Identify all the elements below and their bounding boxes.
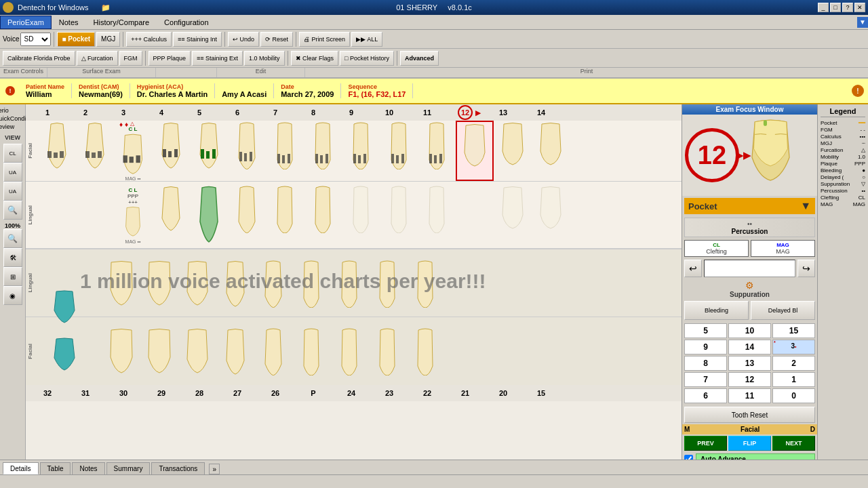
clear-flags-button[interactable]: ✖ Clear Flags	[291, 51, 339, 66]
pocket-button[interactable]: ■ Pocket	[57, 32, 95, 47]
num-2[interactable]: 2	[772, 356, 815, 371]
num-7[interactable]: 7	[684, 372, 727, 387]
tooth-num-9[interactable]: 9	[332, 108, 370, 117]
tooth-14-lingual[interactable]	[532, 184, 570, 245]
menu-file[interactable]: 📁	[101, 3, 111, 12]
num-14[interactable]: 14	[728, 340, 771, 354]
tooth-14-facial[interactable]	[532, 121, 570, 181]
num-12[interactable]: 12	[728, 372, 771, 387]
tooth-11-lingual[interactable]	[418, 184, 456, 245]
undo-button[interactable]: ↩ Undo	[228, 32, 259, 47]
num-8[interactable]: 8	[684, 356, 727, 371]
next-button[interactable]: NEXT	[772, 436, 815, 451]
tooth-10-lingual[interactable]	[380, 184, 418, 245]
all-button[interactable]: ▶▶ ALL	[351, 32, 382, 47]
tooth-7-facial[interactable]	[266, 121, 304, 181]
tooth-num-30[interactable]: 30	[104, 389, 142, 397]
num-6[interactable]: 6	[684, 388, 727, 403]
tooth-num-P[interactable]: P	[294, 389, 332, 397]
tab-details[interactable]: Details	[3, 462, 39, 474]
num-10[interactable]: 10	[728, 323, 771, 338]
tooth-3-facial[interactable]: ♦ ♦ △ C L MAG ••	[114, 121, 152, 181]
tooth-7-lingual[interactable]	[266, 184, 304, 245]
calibrate-button[interactable]: Calibrate Florida Probe	[3, 51, 75, 66]
tooth-26-lingual[interactable]	[292, 259, 330, 308]
tooth-28-lingual[interactable]	[216, 259, 254, 308]
tooth-6-lingual[interactable]	[228, 184, 266, 245]
tooth-21-facial[interactable]	[482, 327, 520, 375]
tooth-num-1[interactable]: 1	[28, 108, 66, 117]
print-screen-button[interactable]: 🖨 Print Screen	[299, 32, 350, 47]
tooth-5-facial[interactable]	[190, 121, 228, 181]
mobility-button[interactable]: 1.0 Mobility	[244, 51, 285, 66]
tabs-more-button[interactable]: »	[209, 464, 220, 474]
tooth-num-2[interactable]: 2	[66, 108, 104, 117]
auto-advance-checkbox[interactable]	[684, 455, 693, 460]
advanced-button[interactable]: Advanced	[400, 51, 439, 66]
tooth-8-facial[interactable]	[304, 121, 342, 181]
tooth-12-facial-selected[interactable]	[456, 121, 494, 181]
calculus-button[interactable]: +++ Calculus	[126, 32, 172, 47]
tooth-num-11[interactable]: 11	[408, 108, 446, 117]
close-button[interactable]: ✕	[854, 3, 865, 12]
plaque-button[interactable]: PPP Plaque	[149, 51, 191, 66]
tooth-9-lingual[interactable]	[342, 184, 380, 245]
tooth-31-facial[interactable]	[102, 327, 140, 375]
tab-notes[interactable]: Notes	[72, 462, 104, 474]
tooth-22-lingual[interactable]	[444, 259, 482, 308]
tooth-10-facial[interactable]	[380, 121, 418, 181]
tooth-8-lingual[interactable]	[304, 184, 342, 245]
tooth-num-22[interactable]: 22	[408, 389, 446, 397]
menu-notes[interactable]: Notes	[52, 16, 86, 29]
prev-button[interactable]: PREV	[684, 436, 727, 451]
num-9[interactable]: 9	[684, 340, 727, 354]
sidebar-btn-ua2[interactable]: UA	[3, 182, 22, 201]
tooth-1-facial[interactable]	[38, 121, 76, 181]
staining-ext-button[interactable]: ≡≡ Staining Ext	[192, 51, 243, 66]
pocket-history-button[interactable]: □ Pocket History	[340, 51, 394, 66]
num-0[interactable]: 0	[772, 388, 815, 403]
tooth-num-15[interactable]: 15	[522, 389, 560, 397]
tooth-29-lingual[interactable]	[178, 259, 216, 308]
tooth-num-7[interactable]: 7	[256, 108, 294, 117]
num-5[interactable]: 5	[684, 323, 727, 338]
num-11[interactable]: 11	[728, 388, 771, 403]
tooth-num-32[interactable]: 32	[28, 389, 66, 397]
pocket-input-box[interactable]	[704, 260, 795, 277]
tooth-12-lingual-selected[interactable]	[456, 184, 494, 245]
menu-configuration[interactable]: Configuration	[157, 16, 216, 29]
tooth-num-5[interactable]: 5	[180, 108, 218, 117]
tooth-reset-button[interactable]: Tooth Reset	[684, 407, 815, 423]
tooth-13-facial[interactable]	[494, 121, 532, 181]
minimize-button[interactable]: _	[818, 3, 829, 12]
tooth-num-26[interactable]: 26	[256, 389, 294, 397]
furcation-button[interactable]: △ Furcation	[77, 51, 118, 66]
tooth-num-21[interactable]: 21	[446, 389, 484, 397]
sidebar-btn-tools[interactable]: 🛠	[3, 248, 22, 267]
tooth-num-4[interactable]: 4	[142, 108, 180, 117]
tooth-P-facial[interactable]	[330, 327, 368, 375]
bleeding-button[interactable]: Bleeding	[684, 301, 749, 320]
tooth-24-lingual[interactable]	[368, 259, 406, 308]
tooth-num-23[interactable]: 23	[370, 389, 408, 397]
mgj-button[interactable]: MGJ	[96, 32, 120, 47]
maximize-button[interactable]: □	[830, 3, 841, 12]
staining-int-button[interactable]: ≡≡ Staining Int	[173, 32, 222, 47]
menu-perioexam[interactable]: PerioExam	[0, 16, 52, 29]
tooth-6-facial[interactable]	[228, 121, 266, 181]
tooth-num-10[interactable]: 10	[370, 108, 408, 117]
tooth-4-lingual[interactable]	[152, 184, 190, 245]
tooth-30-lingual[interactable]	[140, 259, 178, 308]
tooth-5-lingual[interactable]	[190, 184, 228, 245]
tooth-num-28[interactable]: 28	[180, 389, 218, 397]
tooth-num-3[interactable]: 3	[104, 108, 142, 117]
undo-action-button[interactable]: ↩	[684, 260, 702, 277]
sidebar-btn-extra[interactable]: ⊞	[3, 267, 22, 286]
sidebar-btn-zoom[interactable]: 🔍	[3, 229, 22, 248]
tooth-13-lingual[interactable]	[494, 184, 532, 245]
tooth-28-facial[interactable]	[216, 327, 254, 375]
sidebar-btn-nav[interactable]: ◉	[3, 286, 22, 305]
redo-action-button[interactable]: ↪	[797, 260, 815, 277]
num-13[interactable]: 13	[728, 356, 771, 371]
help-button[interactable]: ?	[842, 3, 853, 12]
